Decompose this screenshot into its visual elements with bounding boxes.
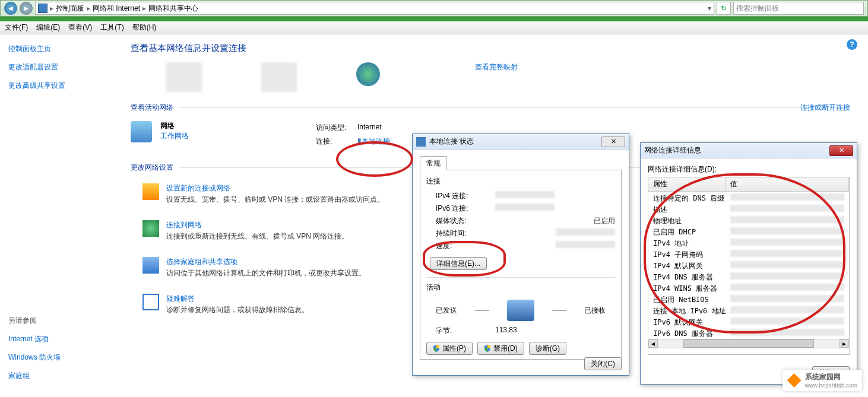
prop-value — [730, 193, 844, 201]
prop-label: 持续时间: — [436, 228, 495, 239]
bytes-label: 字节: — [436, 326, 495, 336]
list-item[interactable]: 连接-本地 IPv6 地址 — [648, 306, 849, 317]
menu-edit[interactable]: 编辑(E) — [36, 23, 60, 33]
list-item[interactable]: IPv4 默认网关 — [648, 261, 849, 272]
task-desc: 连接到或重新连接到无线、有线、拨号或 VPN 网络连接。 — [166, 231, 349, 242]
task-title: 疑难解答 — [166, 294, 309, 304]
prop-name: 已启用 NetBIOS — [653, 295, 730, 305]
search-placeholder: 搜索控制面板 — [736, 4, 779, 14]
breadcrumb-item[interactable]: 网络和 Internet — [93, 4, 140, 14]
list-item[interactable]: 已启用 DHCP — [648, 227, 849, 238]
activity-group: 活动 — [426, 282, 615, 293]
sidebar-homegroup[interactable]: 家庭组 — [8, 371, 110, 381]
list-item[interactable]: 物理地址 — [648, 215, 849, 227]
diagnose-button[interactable]: 诊断(G) — [529, 342, 566, 355]
watermark: 系统家园网 www.hnzxhbsb.com — [783, 370, 862, 391]
list-item[interactable]: IPv4 地址 — [648, 238, 849, 249]
list-item[interactable]: IPv4 WINS 服务器 — [648, 283, 849, 294]
menu-bar: 文件(F) 编辑(E) 查看(V) 工具(T) 帮助(H) — [0, 21, 868, 34]
close-button[interactable]: ✕ — [601, 136, 625, 147]
prop-name: IPv6 DNS 服务器 — [653, 329, 730, 339]
list-item[interactable]: IPv6 DNS 服务器 — [648, 328, 849, 339]
page-title: 查看基本网络信息并设置连接 — [131, 43, 856, 54]
disable-button[interactable]: 禁用(D) — [477, 342, 524, 355]
control-panel-icon — [38, 4, 47, 13]
nav-forward-button[interactable]: ► — [20, 2, 33, 15]
list-item[interactable]: IPv4 子网掩码 — [648, 249, 849, 261]
shield-icon — [433, 345, 440, 352]
menu-file[interactable]: 文件(F) — [5, 23, 28, 33]
sidebar-adapters[interactable]: 更改适配器设置 — [8, 62, 110, 72]
close-button[interactable]: 关闭(C) — [584, 357, 622, 370]
activity-icon — [507, 300, 534, 321]
list-item[interactable]: 描述 — [648, 204, 849, 215]
menu-view[interactable]: 查看(V) — [68, 23, 92, 33]
prop-value — [730, 317, 844, 325]
prop-value: 已启用 — [594, 216, 615, 226]
horizontal-scrollbar[interactable]: ◂ ▸ — [648, 339, 850, 348]
sidebar-firewall[interactable]: Windows 防火墙 — [8, 352, 110, 363]
list-item[interactable]: IPv4 DNS 服务器 — [648, 272, 849, 283]
prop-value — [730, 239, 844, 246]
prop-value — [730, 250, 844, 257]
network-type-link[interactable]: 工作网络 — [160, 132, 189, 140]
scroll-thumb[interactable] — [683, 339, 814, 348]
prop-value — [730, 216, 844, 223]
list-item[interactable]: 连接特定的 DNS 后缀 — [648, 193, 849, 204]
sidebar-internet-options[interactable]: Internet 选项 — [8, 334, 110, 344]
prop-value — [556, 228, 615, 236]
properties-button[interactable]: 属性(P) — [426, 342, 473, 355]
nav-back-button[interactable]: ◄ — [4, 2, 17, 15]
watermark-url: www.hnzxhbsb.com — [805, 382, 857, 389]
connection-group: 连接 — [426, 176, 615, 186]
list-item[interactable]: IPv6 默认网关 — [648, 317, 849, 328]
prop-name: 已启用 DHCP — [653, 227, 730, 237]
help-icon[interactable]: ? — [847, 39, 857, 50]
menu-tools[interactable]: 工具(T) — [100, 23, 123, 33]
network-map: 查看完整映射 — [131, 62, 856, 92]
task-desc: 设置无线、宽带、拨号、临时或 VPN 连接；或设置路由器或访问点。 — [166, 195, 384, 205]
view-full-map-link[interactable]: 查看完整映射 — [475, 62, 518, 72]
window-titlebar: ◄ ► ▸ 控制面板 ▸ 网络和 Internet ▸ 网络和共享中心 ▾ ↻ … — [0, 0, 868, 17]
list-item[interactable]: 已启用 NetBIOS — [648, 294, 849, 306]
map-internet-icon — [356, 62, 380, 86]
watermark-logo-icon — [787, 373, 802, 388]
watermark-brand: 系统家园网 — [805, 372, 857, 382]
accent-bar — [0, 17, 868, 21]
homegroup-icon — [142, 257, 159, 274]
breadcrumb[interactable]: ▸ 控制面板 ▸ 网络和 Internet ▸ 网络和共享中心 ▾ — [35, 2, 714, 15]
refresh-button[interactable]: ↻ — [717, 2, 731, 15]
menu-help[interactable]: 帮助(H) — [132, 23, 157, 33]
search-input[interactable]: 搜索控制面板 — [733, 2, 864, 15]
close-button[interactable]: ✕ — [829, 145, 853, 156]
prop-value — [730, 329, 844, 336]
prop-value — [495, 204, 555, 211]
sidebar-home[interactable]: 控制面板主页 — [8, 44, 110, 54]
scroll-left-button[interactable]: ◂ — [648, 339, 658, 348]
prop-value — [730, 306, 844, 313]
map-network-icon — [261, 62, 297, 92]
tab-general[interactable]: 常规 — [420, 156, 447, 170]
prop-label: IPv6 连接: — [436, 204, 495, 214]
sent-label: 已发送 — [436, 306, 457, 316]
details-button[interactable]: 详细信息(E)... — [430, 257, 487, 270]
local-connection-link[interactable]: 本地连接 — [362, 136, 390, 147]
breadcrumb-item[interactable]: 网络和共享中心 — [148, 4, 198, 14]
sidebar-sharing[interactable]: 更改高级共享设置 — [8, 81, 110, 91]
breadcrumb-item[interactable]: 控制面板 — [56, 4, 84, 14]
sidebar: 控制面板主页 更改适配器设置 更改高级共享设置 另请参阅 Internet 选项… — [0, 34, 119, 390]
section-change-settings: 更改网络设置 — [131, 163, 173, 173]
prop-label: 速度: — [436, 241, 495, 251]
see-also-heading: 另请参阅 — [8, 316, 110, 326]
connect-disconnect-link[interactable]: 连接或断开连接 — [800, 103, 850, 113]
col-value[interactable]: 值 — [726, 177, 849, 191]
prop-name: IPv4 WINS 服务器 — [653, 284, 730, 294]
task-desc: 诊断并修复网络问题，或获得故障排除信息。 — [166, 305, 309, 315]
connection-label: 连接: — [316, 136, 357, 147]
dialog-icon — [416, 137, 426, 147]
col-property[interactable]: 属性 — [648, 177, 726, 191]
task-title: 连接到网络 — [166, 220, 349, 230]
prop-name: IPv4 默认网关 — [653, 261, 730, 271]
scroll-right-button[interactable]: ▸ — [840, 339, 849, 348]
prop-label: IPv4 连接: — [436, 191, 495, 201]
